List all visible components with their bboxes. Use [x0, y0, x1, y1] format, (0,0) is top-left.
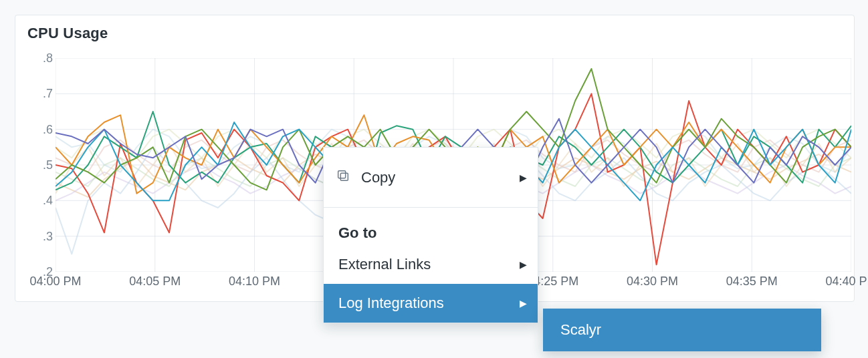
submenu-item-label: Scalyr: [560, 321, 601, 339]
chevron-right-icon: ▶: [520, 172, 527, 183]
svg-rect-17: [338, 170, 346, 178]
y-axis-tick: .6: [26, 123, 53, 137]
menu-item-log-integrations[interactable]: Log Integrations ▶: [324, 284, 538, 323]
y-axis-tick: .4: [26, 194, 53, 208]
chevron-right-icon: ▶: [520, 259, 527, 270]
x-axis-tick: 04:00 PM: [22, 275, 89, 289]
panel-title: CPU Usage: [27, 25, 108, 42]
x-axis-tick: 04:05 PM: [122, 275, 189, 289]
menu-item-label: Copy: [361, 169, 395, 186]
menu-section-go-to: Go to: [324, 208, 538, 245]
menu-item-label: External Links: [338, 256, 431, 273]
menu-item-copy[interactable]: Copy ▶: [324, 148, 538, 208]
y-axis-tick: .3: [26, 230, 53, 244]
x-axis-tick: 04:40 PM: [818, 275, 868, 289]
x-axis-tick: 04:10 PM: [221, 275, 288, 289]
x-axis-tick: 04:30 PM: [619, 275, 686, 289]
copy-icon: [336, 168, 350, 187]
menu-item-label: Log Integrations: [338, 295, 444, 312]
x-axis-tick: 04:35 PM: [718, 275, 785, 289]
context-menu: Copy ▶ Go to External Links ▶ Log Integr…: [323, 147, 538, 323]
chevron-right-icon: ▶: [520, 298, 527, 309]
y-axis-tick: .7: [26, 87, 53, 101]
submenu-log-integrations: Scalyr: [543, 309, 821, 351]
svg-rect-16: [340, 173, 348, 180]
submenu-item-scalyr[interactable]: Scalyr: [543, 309, 821, 351]
y-axis-tick: .5: [26, 158, 53, 172]
menu-item-external-links[interactable]: External Links ▶: [324, 245, 538, 284]
y-axis-tick: .8: [26, 51, 53, 65]
